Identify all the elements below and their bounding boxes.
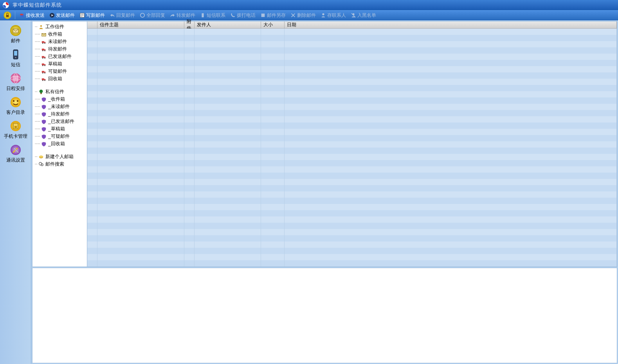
tree-label: 私有信件	[45, 88, 64, 95]
nav-schedule[interactable]: 日程安排	[2, 70, 29, 94]
table-row[interactable]	[87, 29, 617, 35]
globe-icon	[9, 72, 22, 85]
table-row[interactable]	[87, 229, 617, 235]
nav-mail[interactable]: 邮件	[2, 23, 29, 47]
nav-sms[interactable]: 短信	[2, 47, 29, 70]
table-row[interactable]	[87, 35, 617, 41]
col-attach[interactable]: 附件	[184, 22, 195, 28]
compose-icon	[79, 13, 85, 18]
list-header: 信件主题 附件 发件人 大小 日期	[87, 22, 617, 29]
svg-point-53	[40, 89, 43, 93]
svg-point-38	[42, 58, 43, 59]
save-as-button[interactable]: 邮件另存	[258, 11, 288, 20]
table-row[interactable]	[87, 123, 617, 129]
svg-point-51	[44, 80, 45, 81]
tree-inbox[interactable]: ┈┈ 收件箱	[33, 31, 86, 38]
reply-label: 回复邮件	[116, 12, 135, 19]
table-row[interactable]	[87, 185, 617, 191]
table-row[interactable]	[87, 223, 617, 229]
reply-button[interactable]: 回复邮件	[107, 11, 137, 20]
forward-icon	[170, 13, 175, 18]
col-subject[interactable]: 信件主题	[97, 22, 184, 28]
table-row[interactable]	[87, 116, 617, 123]
table-row[interactable]	[87, 241, 617, 248]
list-body[interactable]	[87, 29, 617, 267]
table-row[interactable]	[87, 210, 617, 216]
nav-comm[interactable]: 通讯设置	[2, 142, 29, 166]
table-row[interactable]	[87, 60, 617, 66]
tree-private-root[interactable]: ┈ 私有信件	[33, 88, 86, 96]
tree-new-personal[interactable]: ┈ 新建个人邮箱	[33, 153, 86, 160]
tree-sent[interactable]: ┈┈ 已发送邮件	[33, 53, 86, 60]
table-row[interactable]	[87, 260, 617, 267]
table-row[interactable]	[87, 154, 617, 160]
forward-button[interactable]: 转发邮件	[168, 11, 198, 20]
table-row[interactable]	[87, 235, 617, 241]
tree-draft[interactable]: ┈┈ 草稿箱	[33, 60, 86, 68]
receive-send-button[interactable]: 接收发送	[17, 11, 47, 20]
tree-p-suspect[interactable]: ┈┈ _可疑邮件	[33, 133, 86, 140]
shield-icon	[41, 112, 47, 117]
tree-suspect[interactable]: ┈┈ 可疑邮件	[33, 68, 86, 75]
table-row[interactable]	[87, 41, 617, 47]
send-mail-button[interactable]: 发送邮件	[47, 11, 77, 20]
tree-work-root[interactable]: ┈ 工作信件	[33, 23, 86, 31]
table-row[interactable]	[87, 216, 617, 223]
tree-p-unread[interactable]: ┈┈ _未读邮件	[33, 103, 86, 110]
tree-label: 待发邮件	[48, 46, 67, 52]
table-row[interactable]	[87, 47, 617, 54]
blacklist-button[interactable]: 入黑名单	[348, 11, 378, 20]
table-row[interactable]	[87, 110, 617, 116]
table-row[interactable]	[87, 173, 617, 179]
nav-sim[interactable]: 手机卡管理	[2, 118, 29, 142]
sms-contact-button[interactable]: 短信联系	[198, 11, 228, 20]
table-row[interactable]	[87, 160, 617, 166]
phone-icon	[230, 13, 236, 18]
compose-button[interactable]: 写新邮件	[77, 11, 107, 20]
tree-unread[interactable]: ┈┈ 未读邮件	[33, 38, 86, 45]
lock-icon[interactable]	[3, 11, 12, 20]
nav-customers[interactable]: 客户目录	[2, 94, 29, 118]
table-row[interactable]	[87, 129, 617, 135]
tree-trash[interactable]: ┈┈ 回收箱	[33, 75, 86, 83]
table-row[interactable]	[87, 85, 617, 91]
svg-point-34	[42, 50, 43, 51]
reply-all-button[interactable]: 全部回复	[137, 11, 168, 20]
call-button[interactable]: 拨打电话	[228, 11, 258, 20]
tree-p-inbox[interactable]: ┈┈ _收件箱	[33, 96, 86, 103]
col-size[interactable]: 大小	[261, 22, 285, 28]
tree-p-sent[interactable]: ┈┈ _已发送邮件	[33, 118, 86, 125]
table-row[interactable]	[87, 166, 617, 173]
col-date[interactable]: 日期	[285, 22, 617, 28]
table-row[interactable]	[87, 141, 617, 148]
tree-search[interactable]: ┈ 邮件搜索	[33, 160, 86, 168]
table-row[interactable]	[87, 66, 617, 72]
svg-point-31	[44, 43, 45, 44]
table-row[interactable]	[87, 54, 617, 60]
table-row[interactable]	[87, 104, 617, 110]
table-row[interactable]	[87, 191, 617, 198]
table-row[interactable]	[87, 198, 617, 204]
delete-button[interactable]: 删除邮件	[288, 11, 318, 20]
table-row[interactable]	[87, 72, 617, 79]
send-icon	[49, 13, 55, 18]
svg-point-20	[13, 100, 14, 102]
table-row[interactable]	[87, 148, 617, 154]
reply-all-icon	[140, 13, 145, 18]
col-sender[interactable]: 发件人	[195, 22, 261, 28]
tree-outbox[interactable]: ┈┈ 待发邮件	[33, 45, 86, 53]
tree-p-trash[interactable]: ┈┈ _回收箱	[33, 140, 86, 148]
col-icon[interactable]	[87, 22, 97, 28]
save-contact-button[interactable]: 存联系人	[318, 11, 348, 20]
tree-p-draft[interactable]: ┈┈ _草稿箱	[33, 125, 86, 133]
table-row[interactable]	[87, 179, 617, 185]
tree-label: _待发邮件	[48, 111, 70, 117]
table-row[interactable]	[87, 91, 617, 97]
table-row[interactable]	[87, 135, 617, 141]
table-row[interactable]	[87, 79, 617, 85]
table-row[interactable]	[87, 97, 617, 104]
table-row[interactable]	[87, 248, 617, 254]
tree-p-outbox[interactable]: ┈┈ _待发邮件	[33, 110, 86, 118]
table-row[interactable]	[87, 204, 617, 210]
table-row[interactable]	[87, 254, 617, 260]
